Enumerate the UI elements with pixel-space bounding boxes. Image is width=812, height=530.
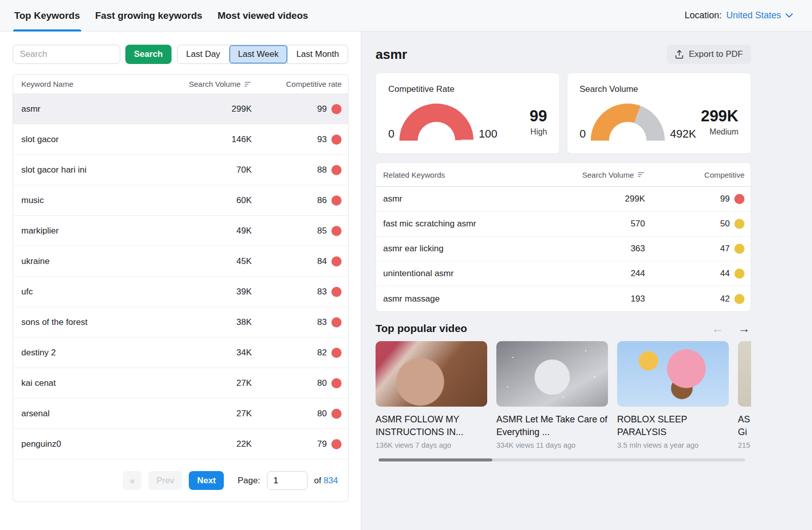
rate-cell: 82: [317, 348, 327, 358]
video-meta: 334K views 11 days ago: [496, 441, 608, 449]
time-range-control: Last Day Last Week Last Month: [177, 45, 348, 64]
video-carousel: ASMR FOLLOW MY INSTRUCTIONS IN... 136K v…: [376, 341, 751, 449]
column-search-volume[interactable]: Search Volume: [559, 171, 645, 179]
related-row[interactable]: asmr 299K 99: [376, 187, 751, 212]
rate-cell: 83: [317, 287, 327, 297]
video-card[interactable]: ASMR Let Me Take Care of Everything ... …: [496, 341, 608, 449]
next-page-button[interactable]: Next: [189, 471, 224, 490]
keyword-cell: asmr massage: [376, 294, 559, 304]
video-card[interactable]: ASMR FOLLOW MY INSTRUCTIONS IN... 136K v…: [376, 341, 487, 449]
video-thumbnail: [376, 341, 487, 407]
table-row[interactable]: ufc 39K 83: [13, 277, 348, 307]
carousel-scrollbar-track[interactable]: [379, 458, 745, 461]
keyword-cell: slot gacor: [13, 135, 176, 145]
time-filter-last-day[interactable]: Last Day: [178, 45, 229, 63]
table-row[interactable]: slot gacor hari ini 70K 88: [13, 155, 348, 185]
table-row[interactable]: penguinz0 22K 79: [13, 429, 348, 459]
export-label: Export to PDF: [689, 49, 743, 59]
time-filter-last-week[interactable]: Last Week: [229, 45, 287, 63]
video-card[interactable]: AS Gi 215: [738, 341, 751, 449]
table-row[interactable]: slot gacor 146K 93: [13, 124, 348, 155]
tab-fast-growing-keywords[interactable]: Fast growing keywords: [94, 0, 204, 31]
table-row[interactable]: ukraine 45K 84: [13, 246, 348, 277]
search-input[interactable]: [13, 45, 120, 64]
rate-cell: 99: [720, 194, 730, 204]
related-table-header: Related Keywords Search Volume Competiti…: [376, 163, 751, 187]
sort-descending-icon: [637, 172, 645, 178]
carousel-scrollbar-thumb[interactable]: [379, 458, 492, 461]
keyword-cell: sons of the forest: [13, 317, 176, 327]
search-volume-gauge: [591, 104, 665, 141]
competition-dot: [734, 194, 745, 204]
page-number-input[interactable]: [267, 471, 308, 490]
video-title: AS Gi: [738, 413, 751, 439]
related-row[interactable]: asmr ear licking 363 47: [376, 237, 751, 261]
search-button[interactable]: Search: [125, 45, 172, 64]
related-keywords-table: Related Keywords Search Volume Competiti…: [376, 162, 751, 312]
volume-cell: 193: [559, 294, 645, 304]
volume-cell: 27K: [176, 378, 252, 388]
volume-cell: 27K: [176, 409, 252, 419]
volume-cell: 38K: [176, 317, 252, 327]
first-page-button[interactable]: «: [123, 471, 142, 490]
keyword-cell: markiplier: [13, 226, 176, 236]
related-row[interactable]: unintentional asmr 244 44: [376, 261, 751, 286]
tab-top-keywords[interactable]: Top Keywords: [13, 0, 81, 31]
table-row[interactable]: asmr 299K 99: [13, 94, 348, 124]
prev-page-button[interactable]: Prev: [148, 471, 182, 490]
keyword-cell: fast mic scratching asmr: [376, 219, 559, 229]
volume-cell: 299K: [176, 104, 252, 114]
related-row[interactable]: asmr massage 193 42: [376, 286, 751, 311]
table-row[interactable]: arsenal 27K 80: [13, 399, 348, 429]
table-row[interactable]: music 60K 86: [13, 185, 348, 216]
table-row[interactable]: destiny 2 34K 82: [13, 338, 348, 368]
video-title: ASMR Let Me Take Care of Everything ...: [496, 413, 608, 439]
volume-cell: 49K: [176, 226, 252, 236]
competition-dot: [331, 256, 342, 267]
video-card[interactable]: ROBLOX SLEEP PARALYSIS 3.5 mln views a y…: [617, 341, 729, 449]
table-row[interactable]: sons of the forest 38K 83: [13, 307, 348, 338]
volume-cell: 22K: [176, 439, 252, 449]
location-selector[interactable]: Location: United States: [685, 10, 793, 21]
keyword-cell: unintentional asmr: [376, 269, 559, 279]
volume-cell: 244: [559, 269, 645, 279]
volume-cell: 45K: [176, 256, 252, 267]
export-to-pdf-button[interactable]: Export to PDF: [667, 45, 751, 64]
keywords-panel: Search Last Day Last Week Last Month Key…: [0, 31, 361, 530]
competition-dot: [734, 219, 745, 229]
rate-cell: 83: [317, 317, 327, 327]
sort-descending-icon: [244, 81, 252, 87]
related-row[interactable]: fast mic scratching asmr 570 50: [376, 212, 751, 237]
competition-dot: [734, 269, 745, 279]
search-volume-card: Search Volume 0 492K 299K Medium: [567, 73, 751, 154]
column-search-volume[interactable]: Search Volume: [176, 80, 252, 88]
time-filter-last-month[interactable]: Last Month: [287, 45, 348, 63]
export-icon: [675, 50, 684, 59]
table-row[interactable]: markiplier 49K 85: [13, 216, 348, 246]
keyword-cell: penguinz0: [13, 439, 176, 449]
column-label: Search Volume: [189, 80, 241, 88]
video-title: ROBLOX SLEEP PARALYSIS: [617, 413, 729, 439]
column-related-keywords: Related Keywords: [376, 171, 559, 179]
volume-cell: 70K: [176, 165, 252, 175]
rate-cell: 47: [720, 244, 730, 254]
keyword-cell: music: [13, 195, 176, 206]
column-competitive-rate: Competitive rate: [252, 80, 348, 88]
rate-cell: 50: [720, 219, 730, 229]
competition-dot: [331, 104, 342, 114]
carousel-prev-icon[interactable]: ←: [712, 322, 724, 335]
gauge-level: High: [530, 127, 547, 137]
keyword-cell: destiny 2: [13, 348, 176, 358]
video-title: ASMR FOLLOW MY INSTRUCTIONS IN...: [376, 413, 487, 439]
page-label: Page:: [238, 476, 260, 486]
gauge-value: 299K: [701, 108, 738, 124]
volume-cell: 146K: [176, 135, 252, 145]
tab-most-viewed-videos[interactable]: Most viewed videos: [217, 0, 309, 31]
keyword-cell: slot gacor hari ini: [13, 165, 176, 175]
table-row[interactable]: kai cenat 27K 80: [13, 368, 348, 399]
keyword-cell: asmr: [376, 194, 559, 204]
carousel-next-icon[interactable]: →: [738, 322, 750, 335]
total-pages-value: 834: [324, 476, 338, 485]
rate-cell: 93: [317, 135, 327, 145]
tab-bar: Top Keywords Fast growing keywords Most …: [13, 0, 309, 31]
